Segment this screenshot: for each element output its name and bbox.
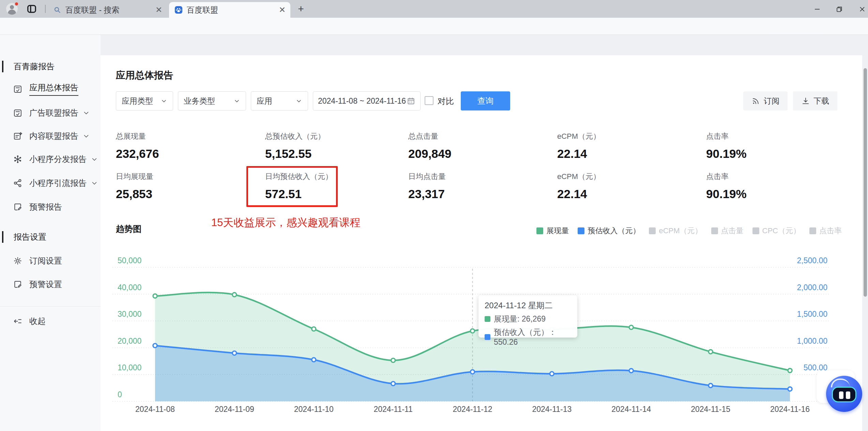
business-type-select[interactable]: 业务类型 <box>178 91 246 110</box>
sidebar-item-2[interactable]: 广告联盟报告 <box>0 103 101 122</box>
sidebar-settings-item-1[interactable]: 订阅设置 <box>0 251 101 270</box>
legend-swatch <box>536 227 543 234</box>
legend-item[interactable]: 点击量 <box>711 226 744 236</box>
business-type-select-value: 业务类型 <box>184 96 215 106</box>
sidebar-item-label: 内容联盟报告 <box>29 131 78 142</box>
sidebar-item-label: 订阅设置 <box>29 255 62 266</box>
sidebar-item-label: 小程序分发报告 <box>29 154 87 165</box>
scrollbar-thumb[interactable] <box>864 68 867 297</box>
sidebar-settings-item-2[interactable]: 预警设置 <box>0 275 101 294</box>
legend-item[interactable]: eCPM（元） <box>649 226 702 236</box>
stat-label: 总预估收入（元） <box>265 131 325 142</box>
chevron-down-icon <box>233 98 240 104</box>
sidebar-item-1[interactable]: 应用总体报告 <box>0 79 101 99</box>
sidebar-item-label: 广告联盟报告 <box>29 107 78 118</box>
legend-label: 点击率 <box>819 226 842 236</box>
app-select[interactable]: 应用 <box>251 91 308 110</box>
sidebar-item-label: 预警报告 <box>29 202 62 212</box>
calendar-icon <box>407 96 415 105</box>
app-select-value: 应用 <box>257 96 272 106</box>
tab-title: 百度联盟 <box>187 5 274 15</box>
subscribe-button[interactable]: 订阅 <box>743 91 788 110</box>
window-close-button[interactable] <box>857 4 867 14</box>
stat-card: 总点击量209,849 <box>408 131 452 161</box>
share-icon <box>13 178 22 188</box>
stat-card: 总预估收入（元）5,152.55 <box>265 131 325 161</box>
baidu-union-favicon <box>174 6 183 14</box>
date-range-field[interactable]: 2024-11-08 ~ 2024-11-16 <box>313 91 421 110</box>
download-button[interactable]: 下载 <box>793 91 837 110</box>
sidebar-item-5[interactable]: 小程序引流报告 <box>0 174 101 193</box>
tab-close-icon[interactable]: ✕ <box>155 6 162 14</box>
chevron-down-icon <box>82 132 90 140</box>
tab-baidu-union-search[interactable]: 百度联盟 - 搜索 ✕ <box>48 2 167 18</box>
legend-label: 预估收入（元） <box>588 226 640 236</box>
robot-face-icon <box>832 387 856 402</box>
stat-card: 点击率90.19% <box>706 172 747 201</box>
rss-icon <box>751 96 760 105</box>
tab-title: 百度联盟 - 搜索 <box>65 5 151 15</box>
subscribe-label: 订阅 <box>764 96 779 106</box>
legend-item[interactable]: 预估收入（元） <box>578 226 640 236</box>
sidebar-item-label: 应用总体报告 <box>29 82 78 96</box>
sidebar-section-reports: 百青藤报告 <box>14 61 89 72</box>
legend-label: eCPM（元） <box>659 226 702 236</box>
sidebar-item-4[interactable]: 小程序分发报告 <box>0 150 101 169</box>
content-icon <box>13 131 22 141</box>
browser-window: 百度联盟 - 搜索 ✕ 百度联盟 ✕ + https://union.baidu… <box>0 0 868 431</box>
stat-label: 点击率 <box>706 131 747 142</box>
stat-label: 总展现量 <box>116 131 159 142</box>
stat-label: eCPM（元） <box>557 172 600 182</box>
sidebar-item-6[interactable]: 预警报告 <box>0 197 101 217</box>
stat-card: 日均点击量23,317 <box>408 172 446 201</box>
chevron-down-icon <box>161 98 167 104</box>
notification-dot <box>14 2 19 6</box>
stat-value: 22.14 <box>557 187 600 201</box>
stat-card: eCPM（元）22.14 <box>557 172 600 201</box>
sidebar-item-3[interactable]: 内容联盟报告 <box>0 127 101 146</box>
compare-label: 对比 <box>438 96 454 107</box>
stat-value: 5,152.55 <box>265 147 325 161</box>
stat-value: 22.14 <box>557 147 600 161</box>
tab-baidu-union[interactable]: 百度联盟 ✕ <box>169 2 290 18</box>
window-minimize-button[interactable] <box>812 4 822 14</box>
stats-row-daily: 日均展现量25,853日均预估收入（元）572.51日均点击量23,317eCP… <box>116 172 842 206</box>
section-marker <box>2 231 3 243</box>
query-button[interactable]: 查询 <box>461 91 510 110</box>
snowflake-icon <box>13 154 22 164</box>
app-type-select-value: 应用类型 <box>122 96 153 106</box>
sidebar: 百青藤报告 应用总体报告广告联盟报告内容联盟报告小程序分发报告小程序引流报告预警… <box>0 35 101 431</box>
sidebar-collapse-button[interactable]: 收起 <box>0 312 101 331</box>
compare-checkbox[interactable] <box>425 96 433 105</box>
highlight-box <box>246 166 338 207</box>
app-type-select[interactable]: 应用类型 <box>116 91 173 110</box>
stat-label: 日均展现量 <box>116 172 153 182</box>
stat-card: 总展现量232,676 <box>116 131 159 161</box>
legend-item[interactable]: 点击率 <box>809 226 842 236</box>
flag-pen-icon <box>13 280 22 289</box>
stats-row-total: 总展现量232,676总预估收入（元）5,152.55总点击量209,849eC… <box>116 131 842 165</box>
assistant-swirl <box>831 378 850 387</box>
tab-close-icon[interactable]: ✕ <box>279 6 286 14</box>
annotation-text: 15天收益展示，感兴趣观看课程 <box>211 216 416 230</box>
legend-item[interactable]: CPC（元） <box>752 226 801 236</box>
stat-card: 日均展现量25,853 <box>116 172 153 201</box>
flag-pen-icon <box>13 202 22 212</box>
legend-item[interactable]: 展现量 <box>536 226 569 236</box>
section-marker <box>2 61 3 72</box>
sidebar-divider <box>0 306 101 307</box>
download-label: 下载 <box>813 96 829 106</box>
sidebar-section-settings: 报告设置 <box>14 231 89 243</box>
legend-label: 展现量 <box>546 226 569 236</box>
stat-value: 232,676 <box>116 147 159 161</box>
download-icon <box>801 96 810 105</box>
new-tab-button[interactable]: + <box>296 4 306 14</box>
trend-chart-hover-area[interactable] <box>116 266 828 409</box>
assistant-robot-button[interactable] <box>826 376 862 412</box>
chevron-down-icon <box>82 109 90 117</box>
stat-card: 点击率90.19% <box>706 131 747 161</box>
stat-label: 日均点击量 <box>408 172 446 182</box>
window-restore-button[interactable] <box>834 4 844 14</box>
workspaces-icon[interactable] <box>27 4 37 14</box>
sidebar-collapse-label: 收起 <box>29 316 46 327</box>
